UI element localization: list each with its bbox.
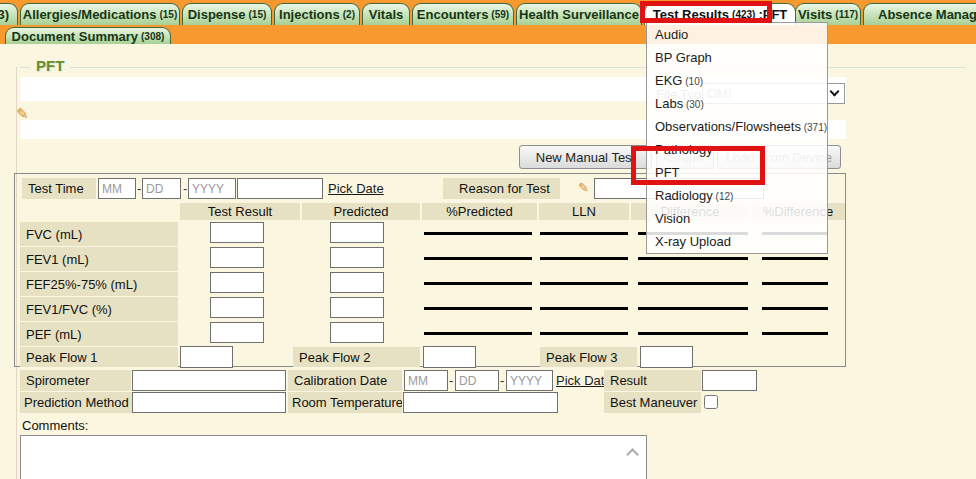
row-label-pef-ml: PEF (mL) [20,322,178,346]
predicted-input-fef25-75-ml[interactable] [330,272,384,293]
menu-item-bp-graph[interactable]: BP Graph [647,46,827,69]
value-line [424,282,532,285]
row-label-fvc-ml: FVC (mL) [20,222,178,246]
pft-screen: 13)Allergies/Medications(15)Dispense(15)… [0,0,976,479]
test-time-year-input[interactable] [188,178,236,199]
value-line [540,307,628,310]
menu-item-radiology[interactable]: Radiology (12) [647,184,827,207]
column-header-lln: LLN [539,203,629,220]
row-label-fev1-fvc: FEV1/FVC (%) [20,297,178,321]
test-result-input-fev1-fvc[interactable] [210,297,264,318]
menu-item-label: Audio [655,27,688,42]
value-line [540,232,628,235]
peak-flow-input-1[interactable] [180,346,233,368]
peak-flow-label-3: Peak Flow 3 [540,347,637,367]
test-time-month-input[interactable] [98,178,136,199]
calibration-day-input[interactable] [455,370,499,391]
tab-label: 13) [0,7,9,22]
value-line [638,332,748,335]
red-highlight-pft-menu-item [631,146,765,185]
menu-item-label: X-ray Upload [655,234,731,249]
calibration-year-input[interactable] [506,370,553,391]
comments-textarea[interactable] [20,435,647,479]
tab-label: Dispense [188,7,246,22]
page-title: PFT [30,57,70,74]
edit-pencil-icon[interactable]: ✎ [16,106,29,121]
menu-item-label: BP Graph [655,50,712,65]
menu-item-label: Observations/Flowsheets [655,119,801,134]
menu-item-count: (30) [683,99,704,110]
tab-allergies-medications[interactable]: Allergies/Medications(15) [20,3,180,25]
column-header-test-result: Test Result [180,203,300,220]
column-header-predicted: Predicted [302,203,420,220]
tab-vitals[interactable]: Vitals [362,3,410,25]
spirometer-label: Spirometer [20,370,131,391]
test-time-day-input[interactable] [142,178,181,199]
value-line [762,332,828,335]
value-line [424,257,532,260]
tab-injections[interactable]: Injections(2) [274,3,360,25]
room-temperature-input[interactable] [403,392,558,413]
predicted-input-fev1-ml[interactable] [330,247,384,268]
tab-label: Absence Manage [878,7,976,22]
tab-absence-manage[interactable]: Absence Manage [863,3,976,25]
test-result-input-fvc-ml[interactable] [210,222,264,243]
best-maneuver-checkbox[interactable] [704,395,718,409]
menu-item-count: (371) [801,122,827,133]
tab-count: (308) [141,31,164,42]
result-label: Result [604,370,701,391]
tab-label: Allergies/Medications [23,7,157,22]
date-separator: - [500,373,504,388]
calibration-month-input[interactable] [404,370,448,391]
menu-item-vision[interactable]: Vision [647,207,827,230]
tab-document-summary[interactable]: Document Summary(308) [5,27,171,44]
value-line [638,282,748,285]
room-temperature-label: Room Temperature [288,392,402,413]
result-input[interactable] [702,370,757,391]
edit-pencil-icon[interactable]: ✎ [578,181,589,194]
menu-item-count: (10) [682,76,703,87]
menu-item-observations-flowsheets[interactable]: Observations/Flowsheets (371) [647,115,827,138]
peak-flow-input-3[interactable] [640,346,693,368]
menu-item-ekg[interactable]: EKG (10) [647,69,827,92]
row-label-fef25-75-ml: FEF25%-75% (mL) [20,272,178,296]
tab-dispense[interactable]: Dispense(15) [182,3,272,25]
tab-count: (15) [159,9,177,20]
tab-encounters[interactable]: Encounters(59) [412,3,514,25]
comments-label: Comments: [22,418,88,433]
menu-item-audio[interactable]: Audio [647,23,827,46]
tab-label: Injections [279,7,340,22]
predicted-input-pef-ml[interactable] [330,322,384,343]
date-separator: - [183,181,187,196]
tab-label: Document Summary [12,29,138,44]
prediction-method-input[interactable] [132,392,286,413]
tab-bar: 13)Allergies/Medications(15)Dispense(15)… [0,0,976,44]
menu-item-label: Labs [655,96,683,111]
tab-label: Health Surveillance [519,7,639,22]
test-results-dropdown-menu: AudioBP GraphEKG (10)Labs (30)Observatio… [646,22,828,254]
row-label-fev1-ml: FEV1 (mL) [20,247,178,271]
date-separator: - [137,181,141,196]
predicted-input-fev1-fvc[interactable] [330,297,384,318]
menu-item-labs[interactable]: Labs (30) [647,92,827,115]
test-result-input-fev1-ml[interactable] [210,247,264,268]
tab-13[interactable]: 13) [0,3,18,25]
value-line [540,282,628,285]
tab-label: Visits [798,7,832,22]
tab-count: (15) [249,9,267,20]
test-result-input-fef25-75-ml[interactable] [210,272,264,293]
tab-health-surveillance[interactable]: Health Surveillance [516,3,642,25]
menu-item-label: Vision [655,211,690,226]
predicted-input-fvc-ml[interactable] [330,222,384,243]
menu-item-label: EKG [655,73,682,88]
test-time-label: Test Time [22,178,96,199]
test-result-input-pef-ml[interactable] [210,322,264,343]
value-line [540,332,628,335]
best-maneuver-label: Best Maneuver [604,392,701,413]
test-time-time-input[interactable] [237,178,323,199]
scroll-up-icon[interactable] [626,448,639,461]
pick-date-link[interactable]: Pick Date [328,181,384,196]
peak-flow-input-2[interactable] [423,346,476,368]
menu-item-x-ray-upload[interactable]: X-ray Upload [647,230,827,253]
spirometer-input[interactable] [132,370,286,391]
